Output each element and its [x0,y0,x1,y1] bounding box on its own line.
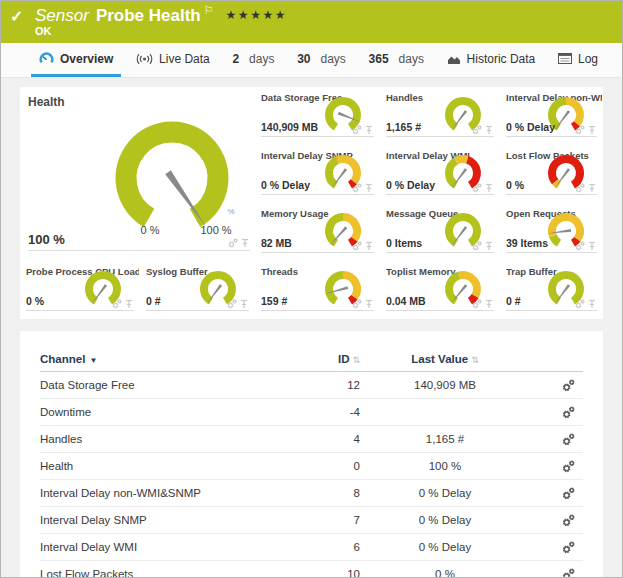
gauge-actions [352,183,373,193]
ok-check-icon: ✓ [10,7,23,26]
tab-label: days [321,52,346,66]
gear-icon[interactable] [352,299,362,309]
gear-icon[interactable] [352,183,362,193]
table-row[interactable]: Interval Delay SNMP70 % Delay [40,507,583,534]
gear-icon[interactable] [472,125,482,135]
gear-icon[interactable] [562,487,575,500]
gear-icon[interactable] [112,299,122,309]
table-row[interactable]: Interval Delay non-WMI&SNMP80 % Delay [40,480,583,507]
tab-log[interactable]: Log [550,43,606,77]
gauge-value: 0 Items [386,237,422,249]
gauge-cell: Interval Delay non-WMI&SNMP0 % Delay [500,87,603,145]
flag-icon[interactable]: ⚐ [204,4,214,16]
gear-icon[interactable] [575,241,585,251]
tab-30-days[interactable]: 30days [289,43,354,77]
tab-365-days[interactable]: 365days [361,43,432,77]
tab-historic-data[interactable]: Historic Data [439,43,544,77]
gauge-scale-min: 0 % [130,224,170,236]
pin-icon[interactable] [588,241,596,251]
table-row[interactable]: Downtime-4 [40,399,583,426]
pin-icon[interactable] [588,299,596,309]
cell-actions [530,433,583,446]
tab-2-days[interactable]: 2days [224,43,282,77]
gear-icon[interactable] [562,460,575,473]
cell-channel[interactable]: Interval Delay SNMP [40,514,320,526]
divider [506,194,597,195]
cell-id: 0 [320,460,360,472]
priority-stars[interactable]: ★★★★★ [226,8,287,22]
gear-icon[interactable] [575,125,585,135]
gauge-scale-max: 100 % [193,224,239,236]
tab-number: 30 [297,52,310,66]
gear-icon[interactable] [562,514,575,527]
pin-icon[interactable] [485,183,493,193]
pin-icon[interactable] [588,125,596,135]
page-title: Probe Health [96,6,201,25]
gauge-actions [575,183,596,193]
health-gauge-cell: Health % 0 % 100 % 100 % [20,87,255,261]
pin-icon[interactable] [365,241,373,251]
gear-icon[interactable] [575,183,585,193]
table-row[interactable]: Interval Delay WMI60 % Delay [40,534,583,561]
cell-channel[interactable]: Handles [40,433,320,445]
gear-icon[interactable] [352,125,362,135]
cell-channel[interactable]: Lost Flow Packets [40,568,320,578]
pin-icon[interactable] [365,183,373,193]
gear-icon[interactable] [472,241,482,251]
gauge-value: 0 % [26,295,44,307]
gauge-cell: Toplist Memory0.04 MB [380,261,500,319]
table-row[interactable]: Handles41,165 # [40,426,583,453]
divider [506,136,597,137]
divider [146,310,249,311]
gauge-cell: Memory Usage82 MB [255,203,380,261]
gear-icon[interactable] [227,299,237,309]
cell-id: 4 [320,433,360,445]
gear-icon[interactable] [562,568,575,578]
cell-actions [530,568,583,578]
column-header-last-value[interactable]: Last Value⇅ [360,353,530,365]
gear-icon[interactable] [352,241,362,251]
gear-icon[interactable] [562,379,575,392]
table-row[interactable]: Data Storage Free12140,909 MB [40,372,583,399]
gear-icon[interactable] [575,299,585,309]
cell-channel[interactable]: Downtime [40,406,320,418]
divider [261,194,374,195]
pin-icon[interactable] [365,125,373,135]
tab-live-data[interactable]: Live Data [128,43,218,77]
pin-icon[interactable] [588,183,596,193]
gauge-actions [227,299,248,309]
column-header-id[interactable]: ID⇅ [320,353,360,365]
table-row[interactable]: Health0100 % [40,453,583,480]
gauge-value: 0 # [146,295,161,307]
cell-actions [530,406,583,419]
tab-overview[interactable]: Overview [31,43,121,77]
cell-id: -4 [320,406,360,418]
gauge-value: 0 % [506,179,524,191]
column-header-channel[interactable]: Channel▼ [40,353,320,365]
gear-icon[interactable] [562,433,575,446]
cell-channel[interactable]: Health [40,460,320,472]
cell-channel[interactable]: Interval Delay WMI [40,541,320,553]
gauge-cell: Data Storage Free140,909 MB [255,87,380,145]
pin-icon[interactable] [485,241,493,251]
table-body: Data Storage Free12140,909 MBDowntime-4H… [40,372,583,578]
cell-channel[interactable]: Interval Delay non-WMI&SNMP [40,487,320,499]
pin-icon[interactable] [125,299,133,309]
pin-icon[interactable] [365,299,373,309]
gauge-actions [228,238,249,248]
pin-icon[interactable] [241,238,249,248]
gear-icon[interactable] [472,183,482,193]
table-row[interactable]: Lost Flow Packets100 % [40,561,583,578]
pin-icon[interactable] [485,299,493,309]
gauge-value: 0 # [506,295,521,307]
gear-icon[interactable] [562,406,575,419]
gear-icon[interactable] [228,238,238,248]
cell-channel[interactable]: Data Storage Free [40,379,320,391]
gauge-actions [575,241,596,251]
pin-icon[interactable] [485,125,493,135]
prtg-sensor-page: ✓ SensorProbe Health⚐★★★★★ OK OverviewLi… [0,0,623,578]
gauge-cell: Interval Delay WMI0 % Delay [380,145,500,203]
gear-icon[interactable] [472,299,482,309]
pin-icon[interactable] [240,299,248,309]
gear-icon[interactable] [562,541,575,554]
